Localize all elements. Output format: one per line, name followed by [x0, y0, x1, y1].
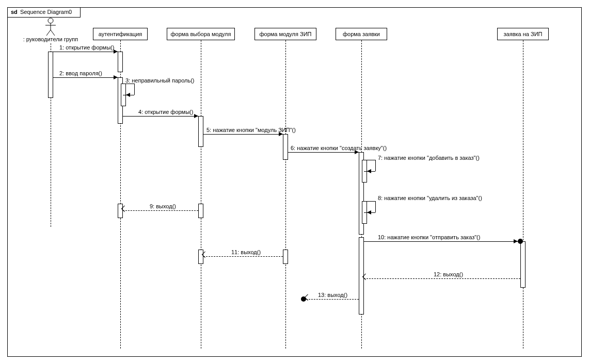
message-3-label: 3: неправильный пароль() [125, 77, 194, 84]
arrow-icon [126, 93, 130, 97]
activation-ziprq-1 [520, 241, 526, 288]
message-9 [123, 210, 198, 211]
diagram-frame: sd Sequence Diagram0 [7, 7, 582, 357]
activation-zipmod-1 [283, 134, 288, 160]
message-10-label: 10: нажатие кнопки "отправить заказ"() [378, 234, 480, 240]
arrow-icon [114, 75, 118, 79]
actor-icon [45, 18, 56, 36]
message-9-label: 9: выход() [150, 203, 176, 209]
message-13-label: 13: выход() [318, 292, 347, 298]
lifeline-head-zip-module: форма модуля ЗИП [254, 28, 316, 40]
message-4 [123, 116, 198, 117]
message-6 [288, 152, 359, 153]
arrow-icon [367, 169, 371, 173]
svg-line-4 [51, 30, 55, 36]
sequence-diagram-canvas: sd Sequence Diagram0 : руководители груп… [0, 0, 589, 364]
lifeline-head-module-select: форма выбора модуля [167, 28, 235, 40]
message-4-label: 4: открытие формы() [138, 109, 193, 115]
message-6-label: 6: нажатие кнопки "создать заявку"() [291, 145, 387, 151]
endpoint-dot-icon [518, 239, 523, 244]
message-5-label: 5: нажатие кнопки "модуль ЗИП"() [206, 127, 296, 133]
svg-line-3 [46, 30, 51, 36]
activation-auth-3 [118, 204, 123, 218]
endpoint-dot-icon [301, 296, 306, 302]
message-12-label: 12: выход() [434, 271, 463, 277]
activation-modsel-1 [198, 116, 203, 147]
lifeline-head-auth: аутентификация [93, 28, 148, 40]
message-13 [306, 299, 359, 300]
activation-auth-1 [118, 52, 123, 72]
message-1-label: 1: открытие формы() [59, 44, 114, 51]
activation-zipmod-2 [283, 250, 288, 264]
activation-modsel-3 [198, 250, 203, 264]
message-11 [203, 256, 283, 257]
message-10 [364, 241, 518, 242]
message-2 [53, 77, 118, 78]
arrow-icon [367, 210, 371, 214]
message-12 [364, 278, 520, 279]
lifeline-head-request-form: форма заявки [336, 28, 387, 40]
title-prefix: sd [11, 9, 18, 15]
lifeline-head-zip-request: заявка на ЗИП [497, 28, 549, 40]
message-7-label: 7: нажатие кнопки "добавить в заказ"() [378, 155, 480, 161]
lifeline-module-select [201, 40, 201, 349]
actor-label: : руководители групп [23, 36, 78, 42]
svg-point-0 [48, 18, 53, 23]
message-5 [203, 134, 283, 135]
arrow-icon [194, 114, 198, 118]
message-11-label: 11: выход() [231, 249, 261, 255]
activation-actor-1 [48, 52, 53, 98]
message-1 [53, 52, 118, 52]
lifeline-zip-module [285, 40, 286, 349]
message-8-label: 8: нажатие кнопки "удалить из заказа"() [378, 195, 482, 201]
diagram-title: Sequence Diagram0 [20, 9, 72, 15]
arrow-icon [514, 239, 518, 243]
message-2-label: 2: ввод пароля() [59, 70, 102, 76]
diagram-title-tab: sd Sequence Diagram0 [8, 8, 81, 18]
lifeline-zip-request [523, 40, 523, 349]
activation-modsel-2 [198, 204, 203, 218]
